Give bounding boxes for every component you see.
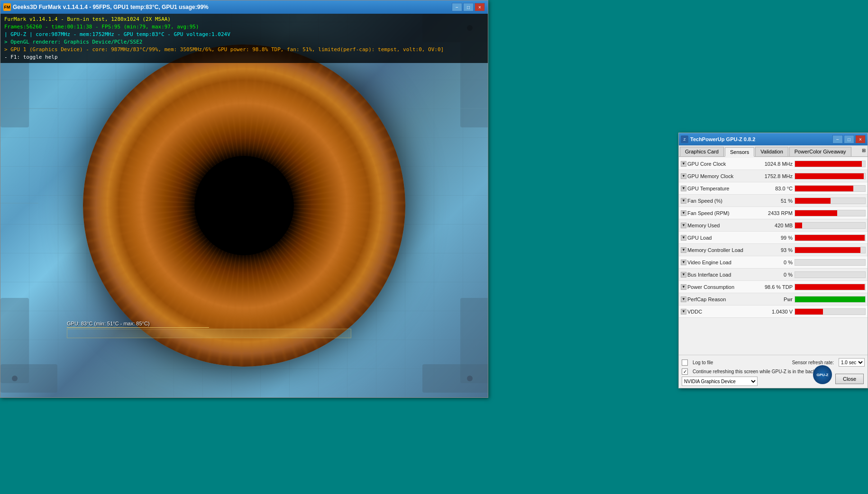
gpuz-device-row: NVIDIA Graphics Device GPU-Z Close (682, 377, 865, 386)
console-line-2: Frames:56260 - time:00:11:38 - FPS:95 (m… (4, 23, 484, 31)
sensor-name-9: Bus Interface Load (687, 272, 731, 278)
sensor-dropdown-12[interactable]: ▼ (681, 309, 686, 314)
sensor-value-0: 1024.8 MHz (757, 161, 795, 167)
tab-sensors[interactable]: Sensors (725, 147, 754, 157)
gpuz-title: TechPowerUp GPU-Z 0.8.2 (690, 136, 755, 142)
sensor-refresh-label: Sensor refresh rate: (792, 360, 834, 365)
tab-powercolor[interactable]: PowerColor Giveaway (789, 147, 851, 156)
sensor-dropdown-11[interactable]: ▼ (681, 296, 686, 302)
sensor-dropdown-2[interactable]: ▼ (681, 186, 686, 191)
sensor-bar-fill-10 (795, 284, 865, 290)
sensor-bar-container-4 (795, 210, 866, 216)
sensor-name-11: PerfCap Reason (687, 296, 726, 302)
furmark-maximize-btn[interactable]: □ (463, 3, 474, 11)
furmark-title: Geeks3D FurMark v.1.14.1.4 - 95FPS, GPU1… (13, 4, 209, 10)
furmark-window-controls[interactable]: − □ × (452, 3, 485, 11)
sensor-bar-fill-2 (795, 186, 853, 191)
sensor-bar-fill-0 (795, 161, 862, 167)
sensor-dropdown-7[interactable]: ▼ (681, 247, 686, 253)
sensor-value-8: 0 % (757, 260, 795, 265)
sensor-bar-container-12 (795, 308, 866, 315)
sensor-name-7: Memory Controller Load (687, 247, 743, 253)
expand-icon[interactable]: ⊞ (860, 147, 868, 156)
sensor-dropdown-0[interactable]: ▼ (681, 161, 686, 167)
sensor-value-7: 93 % (757, 247, 795, 253)
gpuz-logo: GPU-Z (813, 365, 832, 384)
temp-graph-container (67, 329, 351, 338)
sensor-name-0: GPU Core Clock (687, 161, 726, 167)
sensor-row-5: ▼Memory Used420 MB (679, 219, 868, 232)
sensor-dropdown-4[interactable]: ▼ (681, 210, 686, 216)
sensor-bar-container-1 (795, 173, 866, 180)
sensor-bar-container-3 (795, 198, 866, 204)
furmark-minimize-btn[interactable]: − (452, 3, 462, 11)
sensor-value-2: 83.0 °C (757, 186, 795, 191)
sensor-bar-fill-3 (795, 198, 831, 204)
sensor-row-9: ▼Bus Interface Load0 % (679, 269, 868, 281)
sensor-bar-fill-12 (795, 309, 823, 314)
sensor-name-8: Video Engine Load (687, 260, 731, 265)
sensor-bar-container-2 (795, 185, 866, 192)
sensor-dropdown-6[interactable]: ▼ (681, 235, 686, 241)
sensor-refresh-select[interactable]: 1.0 sec 0.5 sec 2.0 sec (839, 358, 865, 367)
sensor-value-10: 98.6 % TDP (757, 284, 795, 290)
sensor-bar-container-7 (795, 247, 866, 253)
furmark-window: FM Geeks3D FurMark v.1.14.1.4 - 95FPS, G… (0, 0, 488, 398)
sensor-dropdown-8[interactable]: ▼ (681, 260, 686, 265)
gpuz-log-row: Log to file Sensor refresh rate: 1.0 sec… (682, 358, 865, 367)
sensor-bar-fill-11 (795, 296, 865, 302)
sensor-dropdown-3[interactable]: ▼ (681, 198, 686, 204)
gpuz-titlebar[interactable]: Z TechPowerUp GPU-Z 0.8.2 − □ × (679, 133, 868, 145)
sensor-dropdown-10[interactable]: ▼ (681, 284, 686, 290)
furmark-close-btn[interactable]: × (475, 3, 485, 11)
sensor-name-6: GPU Load (687, 235, 712, 241)
temp-overlay-text: GPU: 83°C (min: 51°C - max: 85°C) (67, 321, 150, 326)
sensor-value-4: 2433 RPM (757, 210, 795, 216)
sensor-dropdown-9[interactable]: ▼ (681, 272, 686, 278)
temp-graph-fill (67, 329, 351, 338)
sensor-row-12: ▼VDDC1.0430 V (679, 305, 868, 318)
gpuz-bottom-panel: Log to file Sensor refresh rate: 1.0 sec… (679, 355, 868, 388)
gpuz-maximize-btn[interactable]: □ (844, 135, 854, 144)
sensor-bar-container-5 (795, 222, 866, 229)
sensor-name-4: Fan Speed (RPM) (687, 210, 730, 216)
temp-graph-line (67, 327, 209, 328)
gpuz-title-left: Z TechPowerUp GPU-Z 0.8.2 (681, 135, 755, 143)
console-line-5: > GPU 1 (Graphics Device) - core: 987MHz… (4, 46, 484, 54)
sensor-name-5: Memory Used (687, 223, 720, 228)
log-to-file-checkbox[interactable] (682, 359, 688, 366)
sensor-name-2: GPU Temperature (687, 186, 729, 191)
gpuz-minimize-btn[interactable]: − (832, 135, 843, 144)
sensor-row-10: ▼Power Consumption98.6 % TDP (679, 281, 868, 293)
sensor-dropdown-1[interactable]: ▼ (681, 173, 686, 179)
sensor-value-3: 51 % (757, 198, 795, 204)
sensor-row-7: ▼Memory Controller Load93 % (679, 244, 868, 256)
gpuz-close-btn[interactable]: × (855, 135, 866, 144)
furmark-titlebar[interactable]: FM Geeks3D FurMark v.1.14.1.4 - 95FPS, G… (0, 0, 488, 14)
sensor-value-5: 420 MB (757, 223, 795, 228)
gpuz-window-controls[interactable]: − □ × (832, 135, 866, 144)
sensor-value-12: 1.0430 V (757, 309, 795, 314)
console-line-4: > OpenGL renderer: Graphics Device/PCle/… (4, 38, 484, 46)
console-line-3: | GPU-Z | core:987MHz - mem:1752MHz - GP… (4, 31, 484, 38)
sensor-value-6: 99 % (757, 235, 795, 241)
tab-graphics-card[interactable]: Graphics Card (680, 147, 724, 156)
gpuz-close-button[interactable]: Close (835, 374, 864, 384)
furmark-title-left: FM Geeks3D FurMark v.1.14.1.4 - 95FPS, G… (3, 3, 209, 11)
sensor-bar-fill-7 (795, 247, 860, 253)
sensor-bar-container-11 (795, 296, 866, 303)
eye-pupil (194, 156, 294, 255)
sensor-bar-fill-5 (795, 223, 802, 228)
sensor-bar-container-10 (795, 284, 866, 290)
gpuz-tabs[interactable]: Graphics Card Sensors Validation PowerCo… (679, 145, 868, 157)
sensor-row-8: ▼Video Engine Load0 % (679, 256, 868, 269)
eye-iris (83, 45, 405, 367)
gpu-device-select[interactable]: NVIDIA Graphics Device (682, 377, 758, 386)
continue-refresh-checkbox[interactable]: ✓ (682, 368, 688, 375)
sensor-value-9: 0 % (757, 272, 795, 278)
sensor-dropdown-5[interactable]: ▼ (681, 223, 686, 228)
sensor-bar-fill-1 (795, 173, 864, 179)
sensor-bar-fill-4 (795, 210, 837, 216)
tab-validation[interactable]: Validation (755, 147, 788, 156)
sensor-name-10: Power Consumption (687, 284, 734, 290)
